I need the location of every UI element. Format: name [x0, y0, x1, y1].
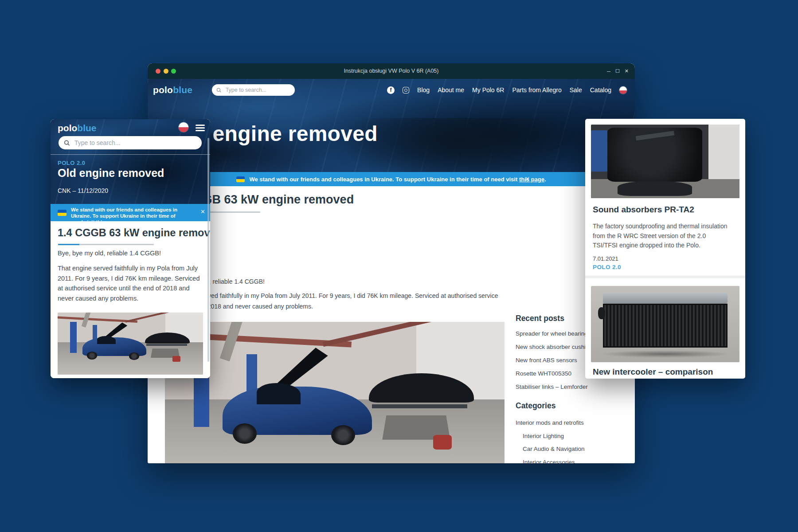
mobile-post-title: Old engine removed	[58, 167, 164, 180]
card-excerpt: The factory soundproofing and thermal in…	[593, 222, 729, 250]
card-image-sound-absorbers[interactable]	[591, 125, 739, 198]
mobile-search-box[interactable]	[59, 136, 202, 149]
site-logo[interactable]: poloblue	[153, 85, 192, 95]
post-cards-panel: Sound absorbers PR-TA2 The factory sound…	[585, 119, 745, 379]
mobile-hero-header: poloblue POLO 2.0 Old engine removed CNK…	[51, 119, 210, 204]
minimize-icon[interactable]: ─	[607, 69, 610, 74]
window-title: Instrukcja obsługi VW Polo V 6R (A05)	[148, 63, 635, 79]
mobile-poland-flag-icon[interactable]	[179, 122, 188, 132]
card-category-link[interactable]: POLO 2.0	[593, 264, 621, 270]
search-input[interactable]	[225, 86, 290, 94]
ukraine-banner: We stand with our friends and colleagues…	[148, 172, 635, 186]
window-titlebar: Instrukcja obsługi VW Polo V 6R (A05) ─ …	[148, 63, 635, 79]
mobile-search-input[interactable]	[74, 139, 196, 147]
mobile-article-photo-garage	[58, 313, 203, 375]
close-icon[interactable]: ✕	[625, 68, 629, 74]
search-icon	[64, 140, 70, 146]
mobile-site-logo[interactable]: poloblue	[58, 123, 97, 133]
ukraine-flag-icon	[236, 176, 245, 182]
nav-item-my-polo-6r[interactable]: My Polo 6R	[472, 86, 504, 94]
ukraine-banner-link[interactable]: this page	[519, 176, 544, 183]
card-image-intercooler[interactable]	[591, 286, 739, 362]
ukraine-banner-text: We stand with our friends and colleagues…	[249, 176, 546, 183]
main-navbar: poloblue f Blog About me My Polo 6R Part…	[148, 82, 635, 98]
window-controls: ─ ☐ ✕	[607, 63, 629, 79]
search-box[interactable]	[212, 84, 295, 96]
mobile-ukraine-banner: We stand with our friends and colleagues…	[51, 204, 210, 221]
nav-item-parts-from-allegro[interactable]: Parts from Allegro	[512, 86, 561, 94]
banner-close-icon[interactable]: ✕	[525, 172, 530, 186]
article-photo-garage	[165, 322, 505, 463]
mobile-article-heading: 1.4 CGGB 63 kW engine removed	[58, 227, 210, 239]
mobile-article-intro: Bye, bye my old, reliable 1.4 CGGB!	[58, 250, 161, 257]
mobile-heading-divider	[58, 244, 154, 245]
card-divider	[585, 275, 745, 279]
nav-item-blog[interactable]: Blog	[417, 86, 430, 94]
poland-flag-icon[interactable]	[619, 86, 627, 94]
card-title-intercooler[interactable]: New intercooler – comparison	[593, 367, 713, 377]
search-icon	[216, 87, 222, 93]
mobile-post-category[interactable]: POLO 2.0	[58, 160, 86, 166]
category-link[interactable]: Interior Lighting	[516, 433, 635, 439]
recent-post-link[interactable]: Stabiliser links – Lemforder	[516, 384, 635, 390]
categories-heading: Categories	[516, 401, 635, 411]
category-link[interactable]: Interior Accessories	[516, 459, 635, 464]
card-title-sound-absorbers[interactable]: Sound absorbers PR-TA2	[593, 205, 694, 215]
category-link[interactable]: Car Audio & Navigation	[516, 446, 635, 452]
category-link[interactable]: Interior mods and retrofits	[516, 420, 635, 426]
nav-item-catalog[interactable]: Catalog	[590, 86, 611, 94]
browser-window: Instrukcja obsługi VW Polo V 6R (A05) ─ …	[148, 63, 635, 463]
instagram-icon[interactable]	[403, 87, 409, 94]
card-date: 7.01.2021	[593, 255, 618, 262]
nav-item-about-me[interactable]: About me	[438, 86, 464, 94]
nav-item-sale[interactable]: Sale	[570, 86, 582, 94]
mobile-article-paragraph: That engine served faithfully in my Pola…	[58, 263, 205, 303]
mobile-banner-close-icon[interactable]: ✕	[200, 208, 205, 215]
page-content: 1.4 CGGB 63 kW engine removed Bye, bye m…	[148, 186, 635, 463]
mobile-scrollbar[interactable]	[207, 138, 209, 362]
header-divider	[51, 154, 210, 155]
maximize-icon[interactable]: ☐	[615, 68, 620, 74]
mobile-article: 1.4 CGGB 63 kW engine removed Bye, bye m…	[51, 221, 210, 378]
mobile-post-meta: CNK – 11/12/2020	[58, 187, 108, 194]
categories-section: Categories Interior mods and retrofits I…	[516, 401, 635, 463]
desktop-background: Instrukcja obsługi VW Polo V 6R (A05) ─ …	[0, 0, 798, 532]
hero-header: poloblue f Blog About me My Polo 6R Part…	[148, 79, 635, 172]
facebook-icon[interactable]: f	[387, 86, 395, 94]
hamburger-menu-icon[interactable]	[196, 125, 205, 131]
ukraine-flag-icon	[58, 210, 66, 216]
mobile-view-card: poloblue POLO 2.0 Old engine removed CNK…	[51, 119, 210, 378]
navbar-links: f Blog About me My Polo 6R Parts from Al…	[387, 86, 627, 94]
article-paragraph: That engine served faithfully in my Pola…	[165, 290, 511, 312]
